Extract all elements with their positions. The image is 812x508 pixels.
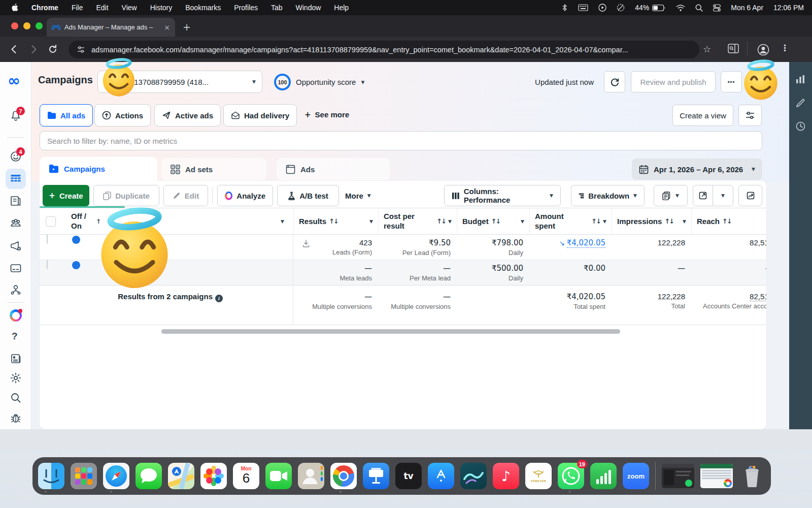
facetime-dock-icon[interactable] [265,463,292,489]
download-results-icon[interactable] [302,240,310,247]
menubar-app-name[interactable]: Chrome [31,4,58,12]
freeform-dock-icon[interactable] [460,463,487,489]
create-button[interactable]: + Create [43,185,89,206]
tab-close-icon[interactable]: × [164,23,170,31]
date-range-selector[interactable]: Apr 1, 2026 – Apr 6, 2026 ▼ [632,158,762,180]
create-view-button[interactable]: Create a view [672,105,733,126]
reach-sort-icon[interactable]: ↑↓ [722,217,731,225]
spent-caret-icon[interactable]: ▼ [603,219,606,224]
meta-ai-icon[interactable] [10,309,22,322]
header-amount-spent[interactable]: Amount spent ↑↓ ▼ [529,208,612,234]
menubar-date[interactable]: Mon 6 Apr [731,4,763,12]
menu-edit[interactable]: Edit [96,4,108,12]
charts-button[interactable] [738,185,762,206]
messages-dock-icon[interactable] [136,463,162,489]
site-settings-icon[interactable] [77,45,85,54]
menu-tab[interactable]: Tab [271,4,283,12]
audiences-people-icon[interactable] [10,217,22,230]
meta-logo-icon[interactable]: ∞ [8,73,20,88]
review-publish-button[interactable]: Review and publish [631,71,716,92]
header-reach[interactable]: Reach ↑↓ ▼ [691,208,766,234]
zoom-dock-icon[interactable]: zoom [623,463,649,489]
campaign-pages-icon[interactable] [10,195,22,207]
keynote-dock-icon[interactable] [363,463,389,489]
columns-button[interactable]: Columns: Performance ▼ [444,185,561,206]
more-toolbar-button[interactable]: More ▼ [345,185,371,206]
ab-test-button[interactable]: A/B test [277,185,339,206]
bookmark-star-icon[interactable]: ☆ [703,44,711,54]
edit-button[interactable]: Edit [163,185,208,206]
minimized-window-1[interactable] [662,464,694,488]
contacts-dock-icon[interactable] [298,463,324,489]
export-caret-wrap[interactable]: ▼ [713,193,733,198]
chrome-dock-icon[interactable] [330,463,357,489]
profile-avatar-icon[interactable] [757,44,769,56]
reload-button[interactable] [48,44,58,54]
report-bug-icon[interactable] [10,412,22,424]
row1-spent-link[interactable]: ₹4,020.05 [567,238,605,248]
select-all-checkbox[interactable] [46,216,56,227]
summary-reach-link[interactable]: 82,518 [750,292,766,301]
results-sort-icon[interactable]: ↑↓ [329,217,338,225]
tab-ads[interactable]: Ads [277,158,390,180]
business-settings-icon[interactable] [10,283,22,296]
apple-tv-dock-icon[interactable]: tv [395,463,422,489]
apple-menu-icon[interactable] [11,4,18,12]
refresh-button[interactable] [604,71,625,92]
menu-window[interactable]: Window [296,4,321,12]
app-store-dock-icon[interactable] [428,463,454,489]
ads-manager-table-icon[interactable] [10,173,22,185]
keyboard-settings-icon[interactable] [578,4,588,11]
impressions-caret-icon[interactable]: ▼ [683,219,686,224]
tab-campaigns[interactable]: Campaigns [40,156,157,181]
window-minimize-button[interactable] [23,22,30,29]
history-clock-icon[interactable] [795,121,806,132]
breakdown-button[interactable]: Breakdown ▼ [571,185,645,206]
finder-dock-icon[interactable] [38,463,64,489]
calendar-dock-icon[interactable]: Mon6 [233,463,259,489]
bluetooth-icon[interactable] [561,4,568,12]
news-icon[interactable] [10,353,22,365]
battery-status[interactable]: 44% [635,4,666,12]
menu-file[interactable]: File [72,4,83,12]
opportunity-score[interactable]: 100 Opportunity score ▼ [274,74,364,90]
wifi-icon[interactable] [676,5,685,11]
search-filter-bar[interactable] [40,131,762,150]
view-settings-button[interactable] [738,105,762,126]
search-input[interactable] [40,131,762,150]
filter-active-ads[interactable]: Active ads [154,104,221,126]
address-bar[interactable]: adsmanager.facebook.com/adsmanager/manag… [69,41,699,58]
forever-dock-icon[interactable]: FOREVER [525,463,552,489]
spotlight-search-icon[interactable] [695,4,703,12]
row2-checkbox[interactable] [47,260,48,269]
menu-history[interactable]: History [150,4,173,12]
edit-rail-icon[interactable] [795,98,806,108]
music-dock-icon[interactable]: ♪ [493,463,519,489]
window-zoom-button[interactable] [36,22,43,29]
filter-all-ads[interactable]: All ads [40,104,93,126]
launchpad-dock-icon[interactable] [71,463,97,489]
performance-charts-icon[interactable] [795,74,806,85]
safari-dock-icon[interactable] [103,463,129,489]
more-header-button[interactable]: ••• [721,71,742,92]
see-more-filters[interactable]: + See more [304,110,349,119]
campaign-column-caret-icon[interactable]: ▼ [281,219,288,224]
export-icon-wrap[interactable] [693,185,713,206]
control-center-icon[interactable] [713,4,721,12]
cost-caret-icon[interactable]: ▼ [448,219,452,224]
menu-help[interactable]: Help [334,4,349,12]
help-icon[interactable]: ? [12,331,18,342]
menu-view[interactable]: View [122,4,137,12]
analyze-button[interactable]: Analyze [217,185,273,206]
maps-dock-icon[interactable] [168,463,194,489]
duplicate-button[interactable]: Duplicate [93,185,159,206]
tab-ad-sets[interactable]: Ad sets [161,158,266,180]
results-caret-icon[interactable]: ▼ [369,219,373,224]
browser-menu-icon[interactable]: ⋮ [781,43,789,53]
new-tab-button[interactable]: + [183,21,191,33]
budget-sort-icon[interactable]: ↑↓ [491,217,500,225]
sidebar-search-icon[interactable] [10,392,22,404]
header-budget[interactable]: Budget ↑↓ ▼ [457,208,529,234]
horizontal-scrollbar[interactable] [161,329,620,334]
window-close-button[interactable] [11,22,18,29]
